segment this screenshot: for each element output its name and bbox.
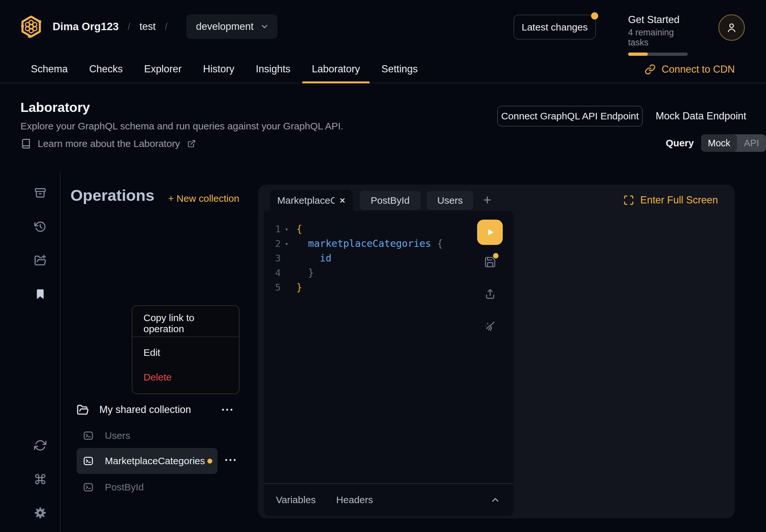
enter-fullscreen-label: Enter Full Screen [640, 194, 718, 206]
code-line: 3 id [264, 251, 514, 265]
code-token: { [437, 238, 443, 249]
get-started-title: Get Started [628, 14, 693, 26]
unsaved-indicator-dot [207, 459, 212, 464]
tab-history[interactable]: History [203, 55, 234, 83]
connect-to-cdn-link[interactable]: Connect to CDN [645, 55, 735, 83]
tab-insights[interactable]: Insights [256, 55, 290, 83]
operation-item-postbyid[interactable]: PostById [77, 474, 217, 500]
operation-item-label: PostById [105, 482, 144, 493]
breadcrumb-org[interactable]: Dima Org123 [53, 20, 119, 33]
bookmarks-icon[interactable] [34, 288, 46, 300]
editor-tab-postbyid[interactable]: PostById [359, 191, 421, 210]
query-mode-mock[interactable]: Mock [701, 134, 737, 152]
external-link-icon [187, 139, 196, 148]
line-number: 5 [264, 282, 281, 293]
tab-laboratory[interactable]: Laboratory [312, 55, 360, 83]
shortcuts-icon[interactable] [34, 473, 46, 485]
variables-tab[interactable]: Variables [276, 494, 316, 505]
latest-changes-label: Latest changes [522, 22, 588, 33]
target-selector[interactable]: development [186, 14, 278, 39]
operation-item-label: Users [105, 430, 130, 441]
user-icon [725, 21, 738, 34]
operation-menu-button[interactable] [225, 459, 236, 461]
user-menu-button[interactable] [718, 14, 745, 41]
connect-endpoint-button[interactable]: Connect GraphQL API Endpoint [497, 106, 643, 127]
query-mode-toggle: Mock API [701, 134, 766, 152]
hive-logo-icon[interactable] [19, 14, 43, 39]
menu-item-edit[interactable]: Edit [132, 340, 239, 365]
headers-tab[interactable]: Headers [336, 494, 373, 505]
fold-arrow-icon[interactable]: ▾ [281, 225, 292, 233]
code-line: 1 ▾ { [264, 222, 514, 236]
operation-item-marketplacecategories[interactable]: MarketplaceCategories [77, 448, 217, 474]
tab-checks[interactable]: Checks [89, 55, 123, 83]
new-tab-button[interactable]: + [483, 192, 492, 208]
breadcrumb: Dima Org123 / test / development [19, 14, 277, 40]
page-description: Explore your GraphQL schema and run quer… [20, 121, 343, 132]
menu-divider [132, 336, 239, 337]
new-folder-icon[interactable] [34, 254, 46, 267]
page-title: Laboratory [20, 100, 90, 115]
tab-explorer[interactable]: Explorer [144, 55, 181, 83]
new-collection-button[interactable]: + New collection [168, 193, 239, 204]
editor-tab-marketplacecategories[interactable]: MarketplaceC… [270, 190, 353, 211]
tab-schema[interactable]: Schema [31, 55, 68, 83]
breadcrumb-separator: / [165, 21, 167, 32]
line-number: 4 [264, 267, 281, 278]
collection-name: My shared collection [99, 404, 191, 416]
collection-header[interactable]: My shared collection [77, 401, 233, 418]
menu-item-copy-link[interactable]: Copy link to operation [132, 311, 239, 336]
get-started-widget[interactable]: Get Started 4 remaining tasks [628, 14, 693, 56]
unsaved-indicator-dot [493, 253, 499, 259]
link-icon [645, 64, 656, 75]
query-mode-row: Query Mock API [666, 134, 766, 152]
settings-gear-icon[interactable] [34, 507, 46, 519]
laboratory-page: Dima Org123 / test / development Latest … [0, 0, 766, 532]
latest-changes-button[interactable]: Latest changes [514, 15, 596, 40]
learn-more-link[interactable]: Learn more about the Laboratory [21, 138, 196, 149]
share-upload-icon [484, 288, 496, 300]
code-area[interactable]: 1 ▾ { 2 ▾ marketplaceCategories{ 3 id 4 [264, 211, 514, 483]
enter-fullscreen-button[interactable]: Enter Full Screen [623, 194, 718, 206]
collection-menu-button[interactable] [222, 409, 232, 411]
fold-arrow-icon[interactable]: ▾ [281, 240, 292, 247]
code-line: 5 } [264, 280, 514, 295]
mock-data-endpoint-link[interactable]: Mock Data Endpoint [656, 106, 746, 127]
laboratory-panel: MarketplaceC… PostById Users + Enter Ful… [258, 185, 735, 518]
menu-item-delete[interactable]: Delete [132, 365, 239, 390]
breadcrumb-project[interactable]: test [140, 21, 156, 32]
collections-icon[interactable] [34, 187, 46, 199]
folder-open-icon [77, 404, 89, 416]
code-token: } [308, 267, 314, 278]
operation-item-users[interactable]: Users [77, 423, 217, 449]
close-icon[interactable] [338, 197, 346, 204]
history-icon[interactable] [34, 221, 46, 233]
learn-more-label: Learn more about the Laboratory [38, 138, 180, 149]
line-number: 2 [264, 238, 281, 249]
save-operation-button[interactable] [484, 256, 496, 268]
breadcrumb-separator: / [128, 21, 130, 32]
query-mode-label: Query [666, 138, 694, 149]
chevron-down-icon [260, 22, 269, 31]
collapse-chevron-up-icon[interactable] [490, 495, 501, 505]
operation-context-menu: Copy link to operation Edit Delete [132, 305, 239, 394]
editor-bottom-bar: Variables Headers [264, 483, 514, 516]
editor-tab-label: MarketplaceC… [277, 195, 334, 206]
run-query-button[interactable] [477, 220, 503, 245]
line-number: 3 [264, 253, 281, 264]
code-token: { [296, 223, 302, 235]
prettify-button[interactable] [484, 320, 496, 332]
notification-dot [591, 12, 598, 19]
query-editor: 1 ▾ { 2 ▾ marketplaceCategories{ 3 id 4 [264, 211, 514, 516]
editor-tab-users[interactable]: Users [427, 191, 473, 210]
sync-icon[interactable] [34, 439, 46, 452]
play-icon [485, 227, 496, 238]
laboratory-rail [0, 172, 61, 532]
book-icon [21, 139, 31, 149]
operation-icon [82, 430, 94, 441]
code-line: 2 ▾ marketplaceCategories{ [264, 236, 514, 251]
share-operation-button[interactable] [484, 288, 496, 300]
get-started-subtitle: 4 remaining tasks [628, 28, 693, 48]
query-mode-api[interactable]: API [737, 134, 766, 152]
tab-settings[interactable]: Settings [381, 55, 418, 83]
